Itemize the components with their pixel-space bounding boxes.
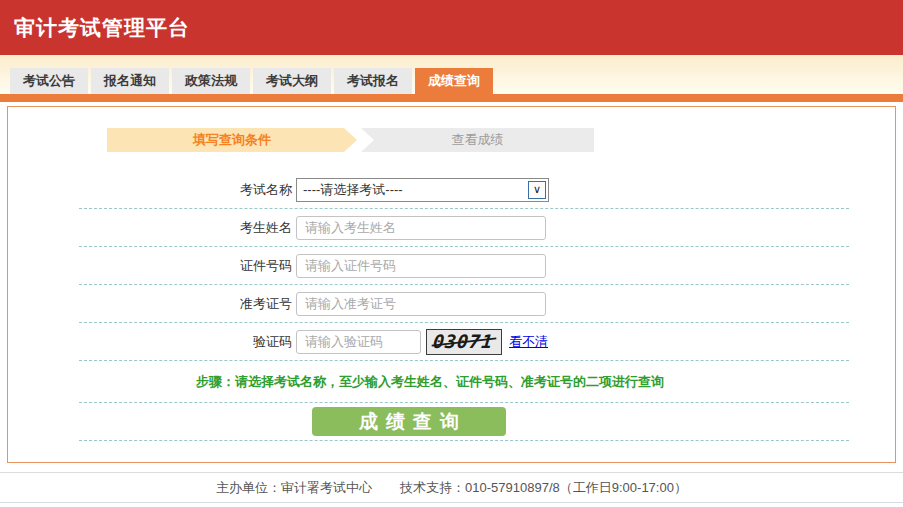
page-title: 审计考试管理平台 [14, 14, 190, 42]
candidate-name-input[interactable] [296, 216, 546, 240]
tab-registration-notices[interactable]: 报名通知 [91, 68, 169, 94]
exam-name-label: 考试名称 [79, 181, 296, 199]
candidate-name-label: 考生姓名 [79, 219, 296, 237]
form-row-exam-name: 考试名称 ----请选择考试---- ∨ [79, 171, 849, 209]
captcha-refresh-link[interactable]: 看不清 [509, 333, 548, 351]
main-nav: 考试公告 报名通知 政策法规 考试大纲 考试报名 成绩查询 [0, 55, 903, 94]
tab-exam-outline[interactable]: 考试大纲 [253, 68, 331, 94]
captcha-image[interactable]: 03071 [426, 329, 502, 355]
step-fill-conditions: 填写查询条件 [107, 128, 357, 152]
tab-score-query[interactable]: 成绩查询 [415, 68, 493, 94]
submit-row: 成绩查询 [79, 403, 849, 441]
form-row-id-number: 证件号码 [79, 247, 849, 285]
step-indicator: 填写查询条件 查看成绩 [107, 128, 594, 152]
form-row-candidate-name: 考生姓名 [79, 209, 849, 247]
exam-select[interactable]: ----请选择考试---- ∨ [296, 178, 549, 202]
chevron-down-icon[interactable]: ∨ [528, 181, 546, 199]
tab-exam-signup[interactable]: 考试报名 [334, 68, 412, 94]
id-number-input[interactable] [296, 254, 546, 278]
query-form: 考试名称 ----请选择考试---- ∨ 考生姓名 证件号码 准考证号 验证码 … [79, 171, 849, 441]
form-row-captcha: 验证码 03071 看不清 [79, 323, 849, 361]
accent-bar [0, 94, 903, 102]
admission-ticket-label: 准考证号 [79, 295, 296, 313]
instructions-text: 步骤：请选择考试名称，至少输入考生姓名、证件号码、准考证号的二项进行查询 [196, 373, 664, 391]
tab-policies[interactable]: 政策法规 [172, 68, 250, 94]
app-header: 审计考试管理平台 [0, 0, 903, 55]
score-query-button[interactable]: 成绩查询 [312, 407, 506, 436]
step-view-results: 查看成绩 [361, 128, 594, 152]
tab-exam-announcements[interactable]: 考试公告 [10, 68, 88, 94]
footer-support: 技术支持：010-57910897/8（工作日9:00-17:00） [400, 479, 687, 497]
instructions-row: 步骤：请选择考试名称，至少输入考生姓名、证件号码、准考证号的二项进行查询 [79, 361, 849, 403]
query-panel: 填写查询条件 查看成绩 考试名称 ----请选择考试---- ∨ 考生姓名 证件… [7, 106, 896, 463]
id-number-label: 证件号码 [79, 257, 296, 275]
footer-sponsor: 主办单位：审计署考试中心 [216, 479, 372, 497]
admission-ticket-input[interactable] [296, 292, 546, 316]
page-footer: 主办单位：审计署考试中心 技术支持：010-57910897/8（工作日9:00… [0, 472, 903, 503]
exam-select-value: ----请选择考试---- [303, 182, 403, 197]
form-row-admission-ticket: 准考证号 [79, 285, 849, 323]
captcha-label: 验证码 [79, 333, 296, 351]
captcha-input[interactable] [296, 330, 421, 354]
